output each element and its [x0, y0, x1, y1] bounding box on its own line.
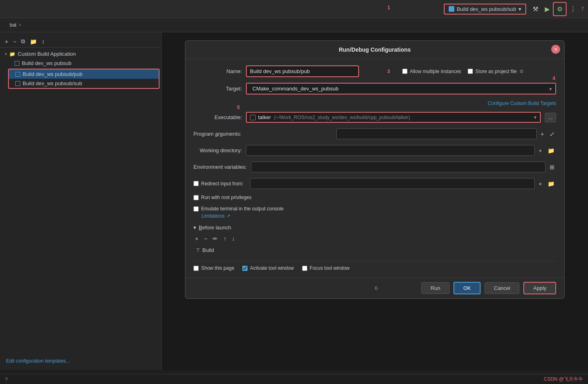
run-btn[interactable]: ▶ [542, 3, 553, 15]
before-launch-up[interactable]: ↑ [222, 234, 228, 243]
copy-config-btn[interactable]: ⧉ [19, 37, 27, 46]
tree-item-sub[interactable]: Build dev_ws pubsub/sub [9, 79, 159, 88]
sidebar-toolbar: + − ⧉ 📁 ↕ [0, 36, 161, 48]
cancel-btn[interactable]: Cancel [485, 282, 519, 294]
tree-root-label: Custom Build Application [18, 51, 76, 57]
working-dir-row: Working directory: + 📁 [193, 145, 556, 156]
add-config-btn[interactable]: + [3, 38, 10, 46]
working-dir-add-btn[interactable]: + [537, 146, 544, 155]
store-project-label: Store as project file [475, 69, 517, 74]
annotation-6: 6 [375, 285, 378, 291]
content-area: Run/Debug Configurations × Name: 3 [162, 32, 588, 370]
before-launch-remove[interactable]: − [202, 234, 209, 243]
run-root-checkbox[interactable] [193, 195, 199, 200]
brand-label: CSDN @飞天牛牛 [544, 376, 583, 383]
env-vars-edit-btn[interactable]: ⊞ [548, 162, 556, 172]
show-page-label: Show this page [201, 265, 234, 271]
tree-item-label-0: Build dev_ws pubsub [22, 60, 71, 66]
prog-args-add-btn[interactable]: + [539, 129, 546, 139]
before-launch-down[interactable]: ↓ [230, 234, 236, 243]
focus-tool-label: Focus tool window [310, 265, 350, 271]
apply-btn[interactable]: Apply [523, 282, 556, 294]
before-launch-build-item: ⊤ Build [193, 246, 556, 254]
tree-item-label-2: Build dev_ws pubsub/sub [23, 80, 82, 86]
target-value: CMake_commands_dev_ws_pubsub [252, 86, 552, 92]
env-vars-label: Environment variables: [193, 164, 247, 170]
allow-multiple-checkbox-group[interactable]: Allow multiple instances [402, 69, 461, 74]
working-dir-input[interactable] [246, 145, 535, 156]
env-vars-row: Environment variables: ⊞ [193, 162, 556, 172]
ok-btn[interactable]: OK [454, 282, 481, 294]
run-btn-dialog[interactable]: Run [421, 282, 449, 294]
build-icon-pub [15, 72, 20, 77]
redirect-checkbox-group[interactable]: Redirect input from: [193, 181, 246, 187]
emulate-terminal-checkbox-group[interactable]: Emulate terminal in the output console [193, 206, 284, 212]
bottom-checks: Show this page Activate tool window Focu… [193, 261, 556, 271]
executable-wrapper: talker (~/Work_ROS/ros2_study_ws/dev_ws/… [246, 112, 541, 123]
dialog-title: Run/Debug Configurations [185, 41, 564, 59]
store-project-checkbox[interactable] [468, 69, 473, 74]
allow-multiple-checkbox[interactable] [402, 69, 407, 74]
dialog-close-btn[interactable]: × [551, 45, 560, 54]
allow-multiple-label: Allow multiple instances [410, 69, 461, 74]
build-icon-btn[interactable]: ⚒ [529, 3, 542, 15]
configure-link[interactable]: Configure Custom Build Targets [488, 101, 556, 106]
redirect-input[interactable] [250, 178, 535, 189]
redirect-add-btn[interactable]: + [537, 179, 544, 189]
focus-tool-checkbox[interactable] [302, 266, 307, 271]
focus-tool-checkbox-group[interactable]: Focus tool window [302, 265, 350, 271]
before-launch-section: ▾ Before launch + − ✏ ↑ ↓ ⊤ Buil [193, 225, 556, 254]
emulate-terminal-row: Emulate terminal in the output console L… [193, 206, 556, 219]
tab-bar: bat × [0, 18, 588, 32]
run-root-checkbox-group[interactable]: Run with root privileges [193, 195, 252, 200]
tab-close[interactable]: × [19, 23, 21, 27]
show-page-checkbox-group[interactable]: Show this page [193, 265, 234, 271]
tree-root-item[interactable]: ▾ 📁 Custom Build Application [0, 49, 161, 59]
redirect-browse-btn[interactable]: 📁 [546, 179, 556, 189]
browse-btn[interactable]: ... [545, 113, 556, 122]
prog-args-input[interactable] [336, 128, 537, 139]
build-icon [15, 61, 19, 66]
activate-tool-checkbox[interactable] [242, 266, 248, 271]
debug-settings-btn[interactable]: ⚙ [553, 2, 567, 16]
working-dir-browse-btn[interactable]: 📁 [546, 146, 556, 155]
annotation-4: 4 [552, 76, 555, 81]
before-launch-toolbar: + − ✏ ↑ ↓ [193, 234, 556, 243]
name-row: Name: 3 Allow multiple instances Sto [193, 65, 556, 77]
dialog-footer: 6 Run OK Cancel Apply [185, 277, 564, 298]
emulate-terminal-checkbox[interactable] [193, 206, 199, 212]
collapse-arrow[interactable]: ▾ [193, 225, 196, 231]
before-launch-add[interactable]: + [193, 234, 200, 243]
annotation-7: 7 [581, 6, 584, 12]
show-page-checkbox[interactable] [193, 266, 199, 271]
dialog-body: Name: 3 Allow multiple instances Sto [185, 59, 564, 277]
exec-icon [250, 115, 256, 120]
limitations-link[interactable]: Limitations ↗ [202, 213, 230, 219]
exec-dropdown-arrow[interactable]: ▾ [534, 114, 537, 120]
before-launch-header: ▾ Before launch [193, 225, 556, 231]
run-root-row: Run with root privileges [193, 195, 556, 200]
exec-name: talker [258, 114, 271, 120]
before-launch-edit[interactable]: ✏ [211, 234, 219, 243]
sort-config-btn[interactable]: ↕ [40, 38, 46, 46]
name-input-wrapper [246, 65, 359, 77]
redirect-input-row: Redirect input from: + 📁 [193, 178, 556, 189]
folder-config-btn[interactable]: 📁 [28, 38, 38, 46]
gear-icon: ⚙ [519, 69, 524, 74]
bat-tab[interactable]: bat × [4, 20, 27, 30]
help-icon[interactable]: ? [5, 376, 8, 382]
activate-tool-checkbox-group[interactable]: Activate tool window [242, 265, 294, 271]
edit-config-link[interactable]: Edit configuration templates... [6, 358, 70, 364]
name-input[interactable] [247, 66, 358, 76]
tree-item-pubsub[interactable]: Build dev_ws pubsub [0, 59, 161, 68]
env-vars-input[interactable] [251, 162, 546, 172]
more-btn[interactable]: ⋮ [567, 3, 580, 15]
sidebar: + − ⧉ 📁 ↕ ▾ 📁 Custom Build Application B… [0, 32, 162, 370]
tree-item-pub[interactable]: Build dev_ws pubsub/pub [9, 69, 159, 79]
run-config-selector[interactable]: Build dev_ws pubsub/sub ▾ [444, 4, 526, 15]
remove-config-btn[interactable]: − [11, 38, 18, 46]
redirect-checkbox[interactable] [193, 181, 199, 186]
prog-args-expand-btn[interactable]: ⤢ [548, 129, 556, 139]
store-project-checkbox-group[interactable]: Store as project file ⚙ [468, 69, 524, 74]
target-label: Target: [193, 86, 242, 92]
